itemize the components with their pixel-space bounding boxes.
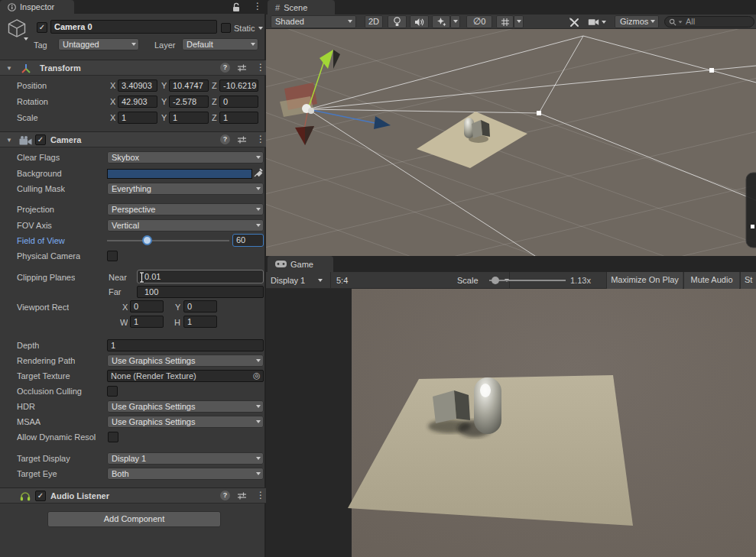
transform-menu-icon[interactable]: ⋮	[256, 63, 265, 73]
tools-icon[interactable]	[569, 17, 580, 28]
fov-slider-track[interactable]	[107, 240, 229, 241]
stats-button[interactable]: St	[740, 272, 756, 289]
tab-scene[interactable]: # Scene	[268, 0, 335, 15]
scene-search-field[interactable]: All	[664, 16, 754, 28]
audio-toggle-button[interactable]	[410, 15, 429, 28]
far-field[interactable]: 100	[137, 286, 264, 298]
target-eye-dropdown[interactable]: Both	[107, 468, 264, 480]
camera-menu-icon[interactable]: ⋮	[256, 134, 265, 144]
preset-icon[interactable]	[237, 63, 247, 73]
viewport-h-field[interactable]: 1	[183, 316, 217, 328]
gizmos-dropdown[interactable]: Gizmos	[615, 15, 659, 28]
preset-icon[interactable]	[237, 491, 247, 500]
lock-icon[interactable]	[232, 2, 241, 12]
near-field[interactable]: 0.01	[137, 270, 264, 283]
scene-viewport[interactable]	[266, 29, 756, 256]
scale-y-field[interactable]: 1	[169, 112, 209, 124]
tab-game[interactable]: Game	[268, 256, 333, 272]
fov-slider-thumb[interactable]	[142, 235, 152, 245]
scene-visibility-button[interactable]: ∅0	[466, 15, 492, 28]
scene-overlay-toolbar[interactable]	[746, 173, 756, 248]
position-y-field[interactable]: 10.4747	[169, 79, 209, 92]
toggle-2d-button[interactable]: 2D	[365, 15, 383, 28]
add-component-button[interactable]: Add Component	[47, 511, 221, 527]
physical-camera-label: Physical Camera	[17, 250, 80, 262]
background-color-swatch[interactable]	[107, 169, 252, 179]
fov-axis-dropdown[interactable]: Vertical	[107, 219, 264, 232]
audio-listener-header[interactable]: ✓ Audio Listener ? ⋮	[0, 487, 266, 504]
static-label: Static	[234, 22, 255, 34]
depth-field[interactable]: 1	[107, 339, 264, 351]
viewport-w-field[interactable]: 1	[130, 316, 164, 328]
grid-toggle-button[interactable]	[496, 15, 514, 28]
tag-dropdown[interactable]: Untagged	[58, 38, 139, 50]
mute-audio-button[interactable]: Mute Audio	[683, 272, 739, 289]
transform-title: Transform	[40, 61, 81, 76]
gameobject-cube-icon[interactable]	[6, 18, 28, 39]
eyedropper-button[interactable]	[254, 167, 264, 180]
rendering-path-dropdown[interactable]: Use Graphics Settings	[107, 355, 264, 367]
object-picker-icon[interactable]: ◎	[253, 371, 261, 381]
gameobject-name-field[interactable]: Camera 0	[50, 20, 217, 34]
viewport-y-field[interactable]: 0	[183, 300, 217, 313]
gameobject-icon-chevron[interactable]	[24, 37, 28, 40]
grid-dropdown-button[interactable]	[514, 15, 524, 28]
aspect-ratio-dropdown[interactable]: 5:4	[332, 272, 443, 289]
target-display-dropdown[interactable]: Display 1	[107, 452, 264, 465]
frustum-handle[interactable]	[709, 68, 714, 73]
position-x-field[interactable]: 3.40903	[118, 79, 157, 92]
inspector-menu-icon[interactable]: ⋮	[253, 2, 262, 11]
effects-toggle-button[interactable]	[432, 15, 450, 28]
rotation-y-field[interactable]: -2.578	[169, 96, 209, 108]
culling-mask-label: Culling Mask	[17, 183, 65, 195]
audio-listener-enabled-checkbox[interactable]: ✓	[35, 491, 46, 501]
tab-inspector[interactable]: Inspector	[0, 0, 74, 14]
scale-x-field[interactable]: 1	[118, 112, 157, 124]
preset-icon[interactable]	[237, 135, 247, 144]
clear-flags-dropdown[interactable]: Skybox	[107, 151, 264, 164]
chevron-down-icon	[256, 420, 261, 423]
msaa-dropdown[interactable]: Use Graphics Settings	[107, 416, 264, 428]
help-icon[interactable]: ?	[220, 134, 230, 144]
physical-camera-checkbox[interactable]	[107, 251, 118, 261]
allow-dynamic-resolution-checkbox[interactable]	[108, 432, 118, 442]
rotation-z-field[interactable]: 0	[219, 96, 258, 108]
effects-dropdown-button[interactable]	[450, 15, 460, 28]
hdr-dropdown[interactable]: Use Graphics Settings	[107, 400, 264, 413]
game-scale-slider-track[interactable]	[489, 280, 566, 281]
transform-header[interactable]: ▼ Transform ? ⋮	[0, 60, 266, 76]
rotation-x-field[interactable]: 42.903	[118, 96, 157, 108]
viewport-x-field[interactable]: 0	[130, 300, 164, 313]
chevron-down-icon	[256, 457, 261, 460]
layer-dropdown[interactable]: Default	[182, 38, 258, 50]
foldout-icon[interactable]: ▼	[6, 66, 12, 72]
audio-listener-menu-icon[interactable]: ⋮	[256, 491, 265, 500]
scene-camera-icon[interactable]	[588, 18, 599, 26]
static-chevron[interactable]	[258, 27, 263, 30]
camera-header[interactable]: ▼ ✓ Camera ? ⋮	[0, 131, 266, 147]
static-checkbox[interactable]	[221, 23, 231, 33]
frustum-handle[interactable]	[537, 111, 541, 115]
display-dropdown[interactable]: Display 1	[271, 272, 329, 289]
draw-mode-dropdown[interactable]: Shaded	[271, 15, 356, 28]
target-texture-field[interactable]: None (Render Texture)	[107, 370, 264, 382]
checkmark-icon: ✓	[36, 135, 45, 144]
foldout-icon[interactable]: ▼	[6, 138, 12, 144]
lighting-toggle-button[interactable]	[388, 15, 407, 28]
help-icon[interactable]: ?	[220, 63, 230, 73]
help-icon[interactable]: ?	[220, 491, 230, 500]
game-viewport[interactable]	[266, 289, 756, 557]
position-z-field[interactable]: -10.6219	[219, 79, 258, 92]
scale-z-field[interactable]: 1	[219, 112, 258, 124]
occlusion-culling-checkbox[interactable]	[107, 386, 118, 397]
depth-label: Depth	[17, 339, 39, 351]
chevron-down-icon[interactable]	[602, 21, 606, 24]
maximize-on-play-button[interactable]: Maximize On Play	[606, 272, 683, 289]
culling-mask-dropdown[interactable]: Everything	[107, 183, 264, 195]
game-scale-slider-thumb[interactable]	[492, 277, 499, 284]
gameobject-active-checkbox[interactable]: ✓	[37, 22, 47, 33]
projection-dropdown[interactable]: Perspective	[107, 203, 264, 215]
scale-label: Scale	[457, 272, 479, 289]
camera-enabled-checkbox[interactable]: ✓	[35, 134, 46, 145]
fov-value-field[interactable]: 60	[232, 234, 264, 247]
